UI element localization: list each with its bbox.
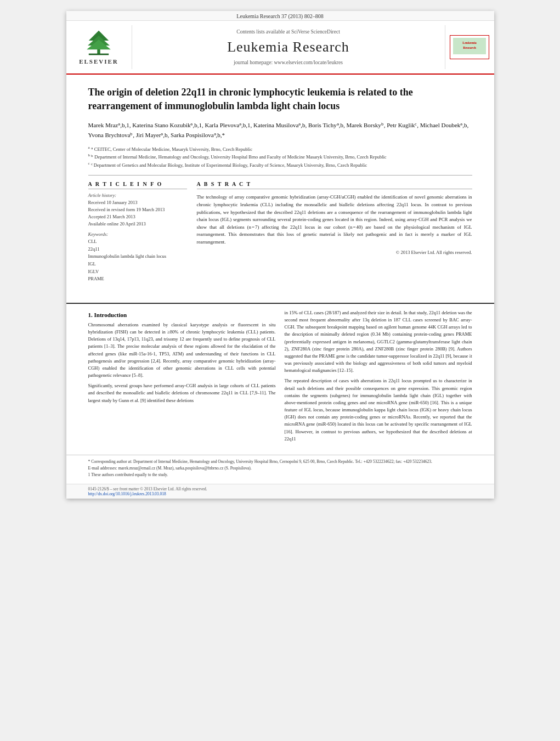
keyword-cll: CLL [88,238,187,246]
article-content: The origin of deletion 22q11 in chronic … [66,75,494,294]
col2-para1: in 15% of CLL cases (28/187) and analyze… [285,309,472,375]
body-col-left: 1. Introduction Chromosomal aberrations … [88,309,276,446]
article-title: The origin of deletion 22q11 in chronic … [88,86,472,113]
article-info-panel: A R T I C L E I N F O Article history: R… [88,181,187,283]
col1-para2: Significantly, several groups have perfo… [88,382,276,404]
body-text-col2: in 15% of CLL cases (28/187) and analyze… [285,309,472,443]
affiliations: a ᵃ CEITEC, Center of Molecular Medicine… [88,145,472,169]
journal-citation: Leukemia Research 37 (2013) 802–808 [236,13,323,19]
body-columns: 1. Introduction Chromosomal aberrations … [66,304,494,451]
affiliation-c: c ᶜ Department of Genetics and Molecular… [88,161,472,169]
footnotes: * Corresponding author at: Department of… [66,455,494,484]
journal-top-bar: Leukemia Research 37 (2013) 802–808 [66,11,494,21]
journal-header: ELSEVIER Contents lists available at Sci… [66,21,494,75]
keyword-igl: IGL [88,261,187,268]
footnote-equal: 1 These authors contributed equally to t… [88,472,472,478]
received-revised-date: Received in revised form 19 March 2013 [88,206,187,213]
journal-logo-box: Leukemia Research [450,35,489,59]
authors-text: Marek Mrazᵃ,b,1, Katerina Stano Kozubikᵃ… [88,122,469,138]
accepted-date: Accepted 21 March 2013 [88,213,187,220]
sciverse-line: Contents lists available at SciVerse Sci… [236,29,340,35]
intro-heading: 1. Introduction [88,312,276,318]
footer-issn: 0145-2126/$ – see front matter © 2013 El… [88,487,472,491]
footnote-email: E-mail addresses: marek.mraz@email.cz (M… [88,465,472,472]
body-col-right: in 15% of CLL cases (28/187) and analyze… [285,309,472,446]
keywords-label: Keywords: [88,231,187,237]
abstract-heading: A B S T R A C T [197,181,472,189]
journal-homepage: journal homepage: www.elsevier.com/locat… [234,60,343,65]
article-info-abstract: A R T I C L E I N F O Article history: R… [88,175,472,283]
journal-center: Contents lists available at SciVerse Sci… [132,25,445,69]
authors-line: Marek Mrazᵃ,b,1, Katerina Stano Kozubikᵃ… [88,121,472,140]
leukemia-research-logo-icon: Leukemia Research [453,38,486,54]
keyword-prame: PRAME [88,275,187,283]
footer-bar: 0145-2126/$ – see front matter © 2013 El… [66,484,494,499]
footer-doi: http://dx.doi.org/10.1016/j.leukres.2013… [88,491,472,496]
elsevier-wordmark: ELSEVIER [79,58,118,65]
svg-text:Leukemia: Leukemia [462,41,477,44]
abstract-text: The technology of array comparative geno… [197,194,472,246]
article-history-label: Article history: [88,193,187,198]
abstract-panel: A B S T R A C T The technology of array … [197,181,472,283]
keyword-22q11: 22q11 [88,246,187,253]
journal-logo-right: Leukemia Research [445,25,494,69]
keyword-iglv: IGLV [88,268,187,276]
affiliation-a: a ᵃ CEITEC, Center of Molecular Medicine… [88,145,472,153]
affiliation-b: b ᵇ Department of Internal Medicine, Hem… [88,152,472,161]
keyword-igl-locus: Immunoglobulin lambda light chain locus [88,253,187,261]
svg-text:Research: Research [463,46,476,49]
article-page: Leukemia Research 37 (2013) 802–808 ELSE… [66,11,494,499]
available-date: Available online 20 April 2013 [88,220,187,228]
elsevier-logo: ELSEVIER [66,25,132,69]
footnote-corresponding: * Corresponding author at: Department of… [88,459,472,465]
article-info-heading: A R T I C L E I N F O [88,181,187,189]
elsevier-tree-icon [82,30,115,57]
col2-para2: The repeated description of cases with a… [285,377,472,443]
body-text-col1: Chromosomal aberrations examined by clas… [88,321,276,404]
abstract-copyright: © 2013 Elsevier Ltd. All rights reserved… [197,250,472,255]
svg-rect-4 [89,54,109,55]
received-date: Received 10 January 2013 [88,199,187,206]
journal-title: Leukemia Research [227,39,349,55]
col1-para1: Chromosomal aberrations examined by clas… [88,321,276,379]
